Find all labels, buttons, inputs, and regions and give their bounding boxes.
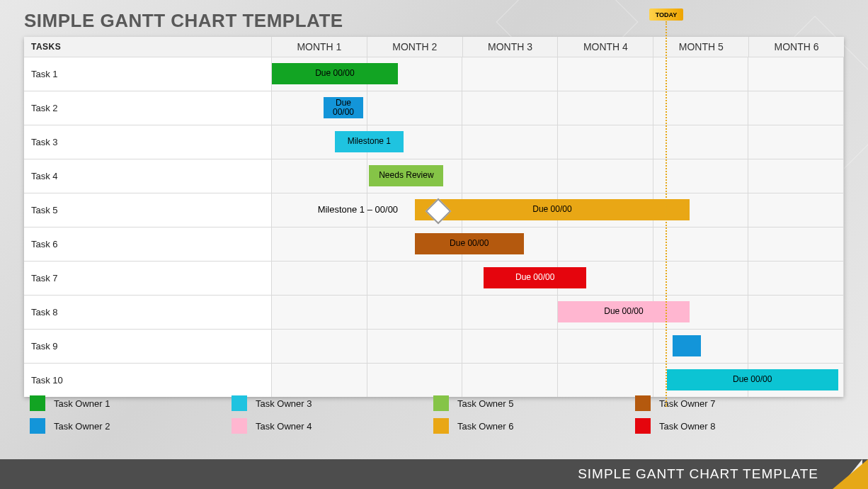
swatch-icon [30,418,45,434]
task-row: Task 1 Due 00/00 [24,57,844,91]
legend-item: Task Owner 1 [30,395,232,411]
month-header-4: MONTH 4 [558,37,653,57]
swatch-icon [232,395,247,411]
legend-item: Task Owner 5 [433,395,635,411]
task-bar[interactable] [673,335,701,356]
task-bar[interactable]: Due 00/00 [558,301,690,322]
month-header-5: MONTH 5 [653,37,749,57]
task-bar[interactable]: Due 00/00 [415,199,690,220]
task-row: Task 6 Due 00/00 [24,227,844,262]
task-bar[interactable]: Due 00/00 [667,369,838,390]
milestone-label: Milestone 1 – 00/00 [318,204,398,215]
month-header-3: MONTH 3 [463,37,559,57]
task-name: Task 5 [24,193,272,227]
swatch-icon [433,395,449,411]
task-name: Task 6 [24,227,272,261]
task-bar[interactable]: Due 00/00 [415,233,524,254]
task-row: Task 4 Needs Review [24,159,844,193]
task-bar[interactable]: Needs Review [369,165,443,186]
task-bar[interactable]: Due 00/00 [484,267,586,288]
task-row: Task 8 Due 00/00 [24,296,844,330]
task-row: Task 2 Due 00/00 [24,91,844,125]
task-name: Task 9 [24,330,272,363]
month-header-2: MONTH 2 [367,37,463,57]
today-line [666,21,667,407]
task-row: Task 7 Due 00/00 [24,262,844,296]
tasks-header: TASKS [24,37,272,57]
task-name: Task 3 [24,125,272,159]
task-name: Task 4 [24,159,272,193]
legend-item: Task Owner 6 [433,418,635,434]
task-name: Task 8 [24,296,272,329]
task-name: Task 7 [24,262,272,295]
month-header-1: MONTH 1 [272,37,367,57]
task-bar[interactable]: Due 00/00 [272,63,398,84]
legend: Task Owner 1 Task Owner 3 Task Owner 5 T… [30,395,837,434]
swatch-icon [30,395,45,411]
footer-bar: SIMPLE GANTT CHART TEMPLATE [0,459,868,489]
task-row: Task 10 Due 00/00 [24,364,844,397]
task-bar[interactable]: Milestone 1 [335,131,404,152]
task-name: Task 10 [24,364,272,397]
task-row: Task 9 [24,330,844,364]
legend-item: Task Owner 2 [30,418,232,434]
today-badge: TODAY [649,9,683,21]
swatch-icon [433,418,449,434]
month-header-6: MONTH 6 [749,37,844,57]
legend-item: Task Owner 4 [232,418,433,434]
page-title: SIMPLE GANTT CHART TEMPLATE [24,10,343,32]
task-name: Task 1 [24,57,272,91]
header-row: TASKS MONTH 1 MONTH 2 MONTH 3 MONTH 4 MO… [24,37,844,57]
task-row: Task 5 Milestone 1 – 00/00 Due 00/00 [24,193,844,227]
task-bar[interactable]: Due 00/00 [324,97,364,118]
task-row: Task 3 Milestone 1 [24,125,844,159]
task-name: Task 2 [24,91,272,125]
swatch-icon [232,418,247,434]
footer-title: SIMPLE GANTT CHART TEMPLATE [578,466,818,482]
legend-item: Task Owner 3 [232,395,433,411]
swatch-icon [635,418,651,434]
legend-item: Task Owner 8 [635,418,837,434]
gantt-table: TASKS MONTH 1 MONTH 2 MONTH 3 MONTH 4 MO… [24,37,844,397]
swatch-icon [635,395,651,411]
footer-accent-icon [833,459,868,489]
